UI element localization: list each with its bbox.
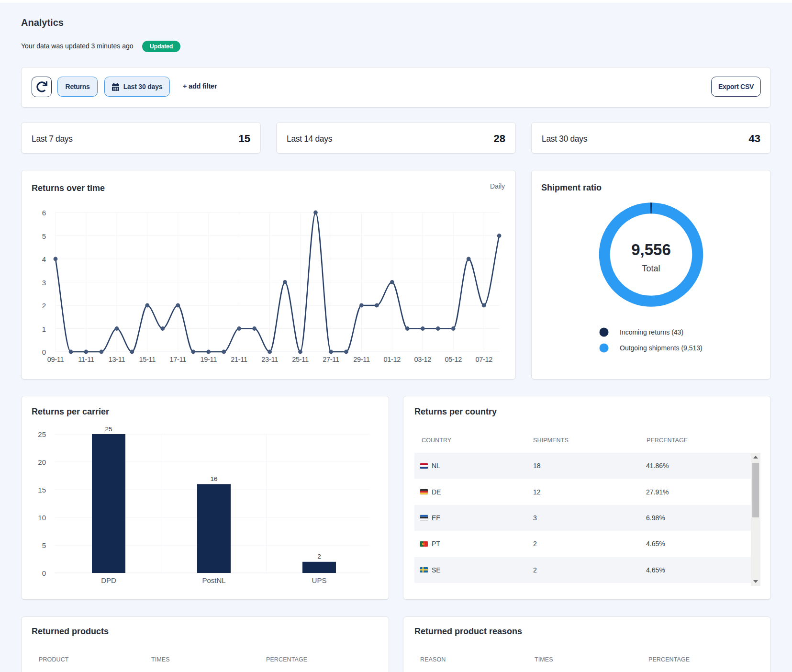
svg-text:Outgoing shipments (9,513): Outgoing shipments (9,513) [620,344,703,352]
svg-text:5: 5 [42,232,46,240]
svg-text:0: 0 [42,569,46,577]
svg-text:19-11: 19-11 [200,356,217,363]
svg-text:17-11: 17-11 [170,356,187,363]
svg-text:23-11: 23-11 [261,356,278,363]
svg-text:Incoming returns (43): Incoming returns (43) [620,328,683,336]
svg-text:4: 4 [42,255,46,263]
svg-text:21-11: 21-11 [231,356,247,363]
svg-text:07-12: 07-12 [475,356,492,363]
svg-text:5: 5 [42,541,46,549]
svg-text:11-11: 11-11 [78,356,94,363]
svg-text:6: 6 [42,209,46,217]
svg-text:10: 10 [38,514,46,522]
svg-text:2: 2 [317,553,321,560]
svg-text:09-11: 09-11 [47,356,64,363]
svg-text:20: 20 [38,458,46,466]
svg-text:2: 2 [42,302,46,310]
svg-text:DPD: DPD [101,576,116,584]
svg-text:25: 25 [105,426,112,433]
svg-text:0: 0 [42,348,46,356]
svg-text:01-12: 01-12 [384,356,401,363]
svg-text:1: 1 [42,325,46,333]
svg-text:Total: Total [642,264,660,273]
svg-text:03-12: 03-12 [414,356,432,363]
svg-text:29-11: 29-11 [353,356,370,363]
svg-text:PostNL: PostNL [202,576,225,584]
svg-text:25: 25 [38,430,46,438]
svg-text:9,556: 9,556 [631,241,671,258]
svg-text:3: 3 [42,279,46,287]
svg-text:15: 15 [38,486,46,494]
svg-text:13-11: 13-11 [109,356,125,363]
svg-text:UPS: UPS [312,576,327,584]
svg-text:27-11: 27-11 [323,356,339,363]
svg-text:05-12: 05-12 [445,356,462,363]
svg-text:25-11: 25-11 [292,356,309,363]
svg-text:16: 16 [210,475,217,482]
svg-text:15-11: 15-11 [139,356,156,363]
